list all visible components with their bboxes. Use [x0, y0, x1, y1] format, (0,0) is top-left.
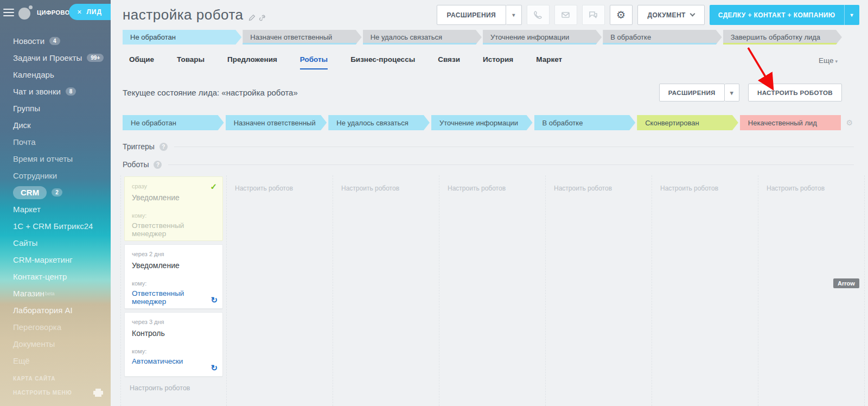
sidebar-item-tasks[interactable]: Задачи и Проекты99+: [0, 49, 111, 66]
pipeline-gear-icon[interactable]: ⚙: [846, 119, 853, 126]
sidebar-item-groups[interactable]: Группы: [0, 100, 111, 117]
configure-robots-link[interactable]: Настроить роботов: [767, 185, 864, 192]
sidebar-item-sites[interactable]: Сайты: [0, 234, 111, 251]
tab-products[interactable]: Товары: [177, 55, 205, 69]
sidebar-item-contact-center[interactable]: Контакт-центр: [0, 268, 111, 285]
chevron-down-icon: ▾: [835, 59, 838, 64]
sidebar-item-calendar[interactable]: Календарь: [0, 66, 111, 83]
sidebar-header: ЦИФРОВОЙ ЭЛЕМЕ × ЛИД: [0, 0, 111, 25]
sidebar-item-disk[interactable]: Диск: [0, 117, 111, 134]
board-column-clarify-info: Настроить роботов: [439, 175, 546, 406]
sidebar-item-ai-lab[interactable]: Лаборатория AI: [0, 302, 111, 319]
configure-robots-link[interactable]: Настроить роботов: [235, 185, 333, 192]
email-button[interactable]: [554, 5, 577, 25]
robot-recipient: Ответственный менеджер: [132, 221, 215, 238]
pipeline-stage-junk-lead[interactable]: Некачественный лид: [740, 115, 841, 130]
robot-card[interactable]: через 3 дня Контроль кому: Автоматически…: [124, 312, 223, 377]
tab-general[interactable]: Общие: [129, 55, 154, 69]
extensions-caret-button-2[interactable]: ▾: [725, 84, 739, 101]
sidebar-item-more[interactable]: Ещё: [0, 352, 111, 369]
stage-clarify-info[interactable]: Уточнение информации: [483, 30, 602, 45]
sitemap-link[interactable]: КАРТА САЙТА: [13, 376, 55, 382]
help-icon[interactable]: ?: [154, 161, 162, 169]
sidebar-item-documents[interactable]: Документы: [0, 335, 111, 352]
stage-not-processed[interactable]: Не обработан: [123, 30, 241, 45]
sync-icon: ↻: [210, 295, 218, 305]
tab-market[interactable]: Маркет: [536, 55, 562, 69]
stage-in-progress[interactable]: В обработке: [603, 30, 722, 45]
robot-recipient-link[interactable]: Ответственный менеджер: [132, 289, 215, 306]
sidebar-item-chat[interactable]: Чат и звонки8: [0, 83, 111, 100]
board-column-converted: Настроить роботов: [652, 175, 758, 406]
document-button[interactable]: ДОКУМЕНТ: [637, 5, 705, 25]
counter-badge: 2: [52, 188, 62, 196]
extensions-button-2[interactable]: РАСШИРЕНИЯ: [659, 84, 725, 101]
extensions-caret-button[interactable]: ▾: [506, 5, 521, 25]
header-toolbar: РАСШИРЕНИЯ ▾ ⚙ ДОКУМЕНТ СДЕЛКУ + КОНТАКТ…: [437, 5, 859, 25]
copy-link-icon[interactable]: [259, 14, 266, 21]
sidebar-item-mail[interactable]: Почта: [0, 134, 111, 150]
counter-badge: 4: [49, 37, 60, 45]
edit-title-icon[interactable]: [248, 14, 256, 21]
sidebar-item-employees[interactable]: Сотрудники: [0, 167, 111, 184]
sidebar-item-crm[interactable]: CRM2: [0, 184, 111, 201]
configure-robots-link[interactable]: Настроить роботов: [341, 185, 439, 192]
settings-button[interactable]: ⚙: [610, 5, 633, 25]
robots-board: сразу ✓ Уведомление кому: Ответственный …: [120, 175, 868, 406]
configure-robots-link[interactable]: Настроить роботов: [448, 185, 545, 192]
robot-to-label: кому:: [132, 348, 215, 354]
extensions-button[interactable]: РАСШИРЕНИЯ: [437, 5, 507, 25]
create-entity-button[interactable]: СДЕЛКУ + КОНТАКТ + КОМПАНИЮ: [710, 5, 844, 25]
tabs-more-button[interactable]: Еще▾: [819, 56, 838, 69]
printer-icon[interactable]: [93, 389, 103, 397]
pipeline-stage-converted[interactable]: Сконвертирован: [637, 115, 738, 130]
hamburger-icon[interactable]: [3, 9, 14, 16]
sidebar-item-meeting-room[interactable]: Переговорка: [0, 319, 111, 335]
mail-icon: [561, 10, 570, 20]
tab-history[interactable]: История: [483, 55, 513, 69]
extensions-split-button: РАСШИРЕНИЯ ▾: [437, 5, 522, 25]
pipeline-stage-assigned[interactable]: Назначен ответственный: [226, 115, 327, 130]
tab-business-processes[interactable]: Бизнес-процессы: [350, 55, 415, 69]
configure-robots-link[interactable]: Настроить роботов: [554, 185, 652, 192]
pipeline-stage-clarify-info[interactable]: Уточнение информации: [431, 115, 533, 130]
configure-robots-link[interactable]: Настроить роботов: [660, 185, 758, 192]
sidebar-item-time-reports[interactable]: Время и отчеты: [0, 150, 111, 167]
robot-card[interactable]: через 2 дня Уведомление кому: Ответствен…: [124, 244, 223, 309]
create-entity-caret-button[interactable]: ▾: [844, 5, 859, 25]
chat-button[interactable]: [582, 5, 605, 25]
pipeline-stage-not-processed[interactable]: Не обработан: [123, 115, 224, 130]
counter-badge: 8: [66, 87, 76, 96]
board-column-cannot-contact: Настроить роботов: [333, 175, 439, 406]
sidebar-item-shop[interactable]: Магазинbeta: [0, 285, 111, 302]
sidebar-item-crm-marketing[interactable]: CRM-маркетинг: [0, 251, 111, 268]
arrow-annotation-label: Arrow: [833, 278, 859, 288]
divider: [174, 147, 854, 147]
call-button[interactable]: [527, 5, 550, 25]
lead-state-text: Текущее состояние лида: «настройка робот…: [123, 88, 298, 97]
close-icon[interactable]: ×: [77, 8, 81, 16]
tab-robots[interactable]: Роботы: [300, 55, 328, 69]
board-column-junk: Настроить роботов: [758, 175, 865, 406]
sidebar-item-1c-crm[interactable]: 1С + CRM Битрикс24: [0, 218, 111, 234]
stage-finish-lead[interactable]: Завершить обработку лида: [723, 30, 842, 45]
configure-robots-link[interactable]: Настроить роботов: [130, 384, 223, 392]
configure-menu-link[interactable]: НАСТРОИТЬ МЕНЮ: [13, 390, 72, 396]
configure-robots-button[interactable]: НАСТРОИТЬ РОБОТОВ: [748, 84, 842, 101]
gear-icon: ⚙: [616, 10, 626, 20]
tab-connections[interactable]: Связи: [438, 55, 460, 69]
board-column-in-progress: Настроить роботов: [546, 175, 652, 406]
sidebar-item-market[interactable]: Маркет: [0, 201, 111, 218]
sidebar-item-news[interactable]: Новости4: [0, 33, 111, 49]
lead-entity-pill[interactable]: × ЛИД: [69, 4, 111, 20]
divider: [168, 164, 854, 165]
robot-card[interactable]: сразу ✓ Уведомление кому: Ответственный …: [124, 176, 223, 241]
robot-recipient-link[interactable]: Автоматически: [132, 357, 215, 365]
pipeline-stage-cannot-contact[interactable]: Не удалось связаться: [328, 115, 430, 130]
stage-cannot-contact[interactable]: Не удалось связаться: [363, 30, 482, 45]
help-icon[interactable]: ?: [159, 143, 168, 151]
pipeline-stage-in-progress[interactable]: В обработке: [534, 115, 636, 130]
tab-quotes[interactable]: Предложения: [227, 55, 277, 69]
stage-assigned[interactable]: Назначен ответственный: [242, 30, 361, 45]
sync-icon: ↻: [210, 363, 218, 373]
